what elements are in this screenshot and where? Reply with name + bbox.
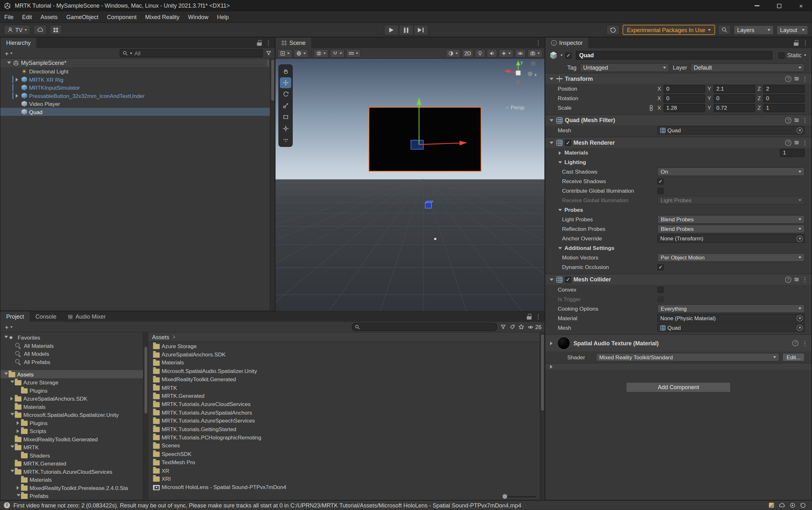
rotation-y-field[interactable]: 0	[714, 94, 755, 103]
activity-spinner-icon[interactable]	[800, 502, 806, 509]
menu-item[interactable]: Mixed Reality	[141, 11, 184, 23]
2d-toggle-button[interactable]: 2D	[462, 49, 473, 58]
position-z-field[interactable]: 2	[763, 85, 805, 93]
hierarchy-search-input[interactable]	[134, 50, 260, 56]
asset-item[interactable]: MRTK	[148, 384, 545, 392]
cloud-status-icon[interactable]	[779, 502, 785, 509]
asset-item[interactable]: MRTK.Tutorials.GettingStarted	[148, 425, 545, 433]
zoom-slider[interactable]	[502, 496, 536, 498]
project-tree-item[interactable]: All Materials	[1, 341, 148, 350]
status-message[interactable]: First video frame not zero: 2 (0.083422s…	[13, 502, 765, 509]
undo-history-button[interactable]	[606, 25, 620, 35]
scene-header-row[interactable]: MySampleScene*	[1, 59, 275, 67]
asset-list-scrollbar[interactable]	[540, 333, 544, 501]
hierarchy-search-field[interactable]	[120, 49, 263, 58]
shading-mode-button[interactable]	[446, 49, 460, 58]
close-button[interactable]: ×	[790, 0, 812, 11]
pause-button[interactable]	[398, 25, 414, 35]
position-y-field[interactable]: 2.1	[714, 85, 755, 93]
contribute-gi-checkbox[interactable]	[658, 188, 664, 194]
rotate-tool-button[interactable]	[280, 89, 292, 100]
scale-z-field[interactable]: 1	[763, 104, 805, 112]
grid-visibility-button[interactable]	[314, 49, 329, 58]
view-hand-tool-button[interactable]	[280, 66, 292, 77]
mesh-filter-header[interactable]: Quad (Mesh Filter)	[545, 114, 811, 125]
rect-tool-button[interactable]	[280, 112, 292, 123]
additional-settings-foldout[interactable]: Additional Settings	[545, 243, 811, 253]
kebab-menu-icon[interactable]	[536, 40, 541, 47]
help-icon[interactable]	[792, 340, 799, 346]
cast-shadows-dropdown[interactable]: On	[658, 168, 805, 176]
component-enabled-checkbox[interactable]	[565, 276, 571, 283]
shader-dropdown[interactable]: Mixed Reality Toolkit/Standard	[596, 353, 779, 362]
presets-icon[interactable]	[794, 277, 800, 282]
expand-arrow-icon[interactable]	[9, 413, 14, 417]
asset-item[interactable]: SpeechSDK	[148, 450, 545, 458]
asset-item[interactable]: XRI	[148, 475, 545, 483]
expand-arrow-icon[interactable]	[16, 493, 21, 498]
light-probes-dropdown[interactable]: Blend Probes	[658, 215, 805, 224]
auto-lighting-icon[interactable]	[769, 503, 775, 508]
tree-scrollbar[interactable]	[143, 333, 148, 501]
asset-item[interactable]: AzureSpatialAnchors.SDK	[148, 350, 545, 359]
lock-icon[interactable]	[527, 314, 532, 319]
cloud-button[interactable]	[34, 25, 47, 35]
hierarchy-item[interactable]: PressableButton_32x32mm_IconAndTextUnder	[1, 91, 275, 100]
move-tool-button[interactable]	[280, 77, 292, 88]
gizmo-neg-x-ball[interactable]	[528, 72, 533, 76]
motion-vectors-dropdown[interactable]: Per Object Motion	[658, 253, 805, 262]
maximize-button[interactable]	[768, 0, 790, 11]
project-tree-item[interactable]: Materials	[1, 402, 148, 411]
search-filter-icon[interactable]	[266, 50, 272, 57]
expand-arrow-icon[interactable]	[549, 118, 554, 123]
project-tree-item[interactable]: MRTK.Tutorials.AzureCloudServices	[1, 468, 148, 476]
project-tree-item[interactable]: Shaders	[1, 451, 148, 459]
expand-arrow-icon[interactable]	[549, 341, 554, 346]
hierarchy-item[interactable]: Directional Light	[1, 67, 275, 76]
mesh-collider-header[interactable]: Mesh Collider	[545, 274, 811, 285]
zoom-slider-thumb[interactable]	[503, 494, 507, 499]
mesh-renderer-header[interactable]: Mesh Renderer	[545, 137, 811, 148]
project-tree-item[interactable]: Materials	[1, 476, 148, 484]
expand-arrow-icon[interactable]	[549, 140, 554, 145]
hierarchy-item[interactable]: Video Player	[1, 100, 275, 108]
convex-checkbox[interactable]	[658, 286, 664, 293]
menu-item[interactable]: Edit	[18, 11, 36, 23]
transform-header[interactable]: Transform	[545, 73, 811, 84]
rotation-x-field[interactable]: 0	[664, 94, 705, 103]
menu-item[interactable]: File	[0, 11, 18, 23]
dynamic-occlusion-checkbox[interactable]	[658, 264, 664, 270]
asset-item[interactable]: Microsoft.SpatialAudio.Spatializer.Unity	[148, 367, 545, 375]
project-tree-item[interactable]: Microsoft.SpatialAudio.Spatializer.Unity	[1, 411, 148, 419]
selected-quad[interactable]	[369, 108, 481, 171]
tab-audio-mixer[interactable]: Audio Mixer	[62, 312, 112, 322]
asset-item[interactable]: MRTK.Tutorials.AzureCloudServices	[148, 400, 545, 408]
lock-icon[interactable]	[794, 40, 799, 46]
tool-handle-rotation-button[interactable]	[294, 49, 309, 58]
step-button[interactable]	[414, 25, 428, 35]
material-header[interactable]: Spatial Audio Texture (Material)	[545, 335, 811, 352]
scrollbar-thumb[interactable]	[541, 335, 544, 411]
material-preview-strip[interactable]	[545, 363, 811, 370]
account-dropdown[interactable]: TV	[4, 25, 31, 35]
camera-settings-button[interactable]	[527, 49, 542, 58]
gizmo-menu-icon[interactable]	[531, 62, 536, 66]
expand-arrow-icon[interactable]	[16, 429, 21, 433]
project-tree-item[interactable]: MixedRealityToolkit.Generated	[1, 435, 148, 443]
asset-item[interactable]: Materials	[148, 359, 545, 367]
menu-item[interactable]: GameObject	[62, 11, 103, 23]
play-button[interactable]	[384, 25, 399, 35]
expand-arrow-icon[interactable]	[9, 396, 14, 401]
project-tree-item[interactable]: Azure Storage	[1, 378, 148, 387]
kebab-menu-icon[interactable]	[802, 139, 808, 146]
asset-item[interactable]: Scenes	[148, 442, 545, 450]
project-search-field[interactable]	[352, 323, 497, 331]
project-tree-item[interactable]: Scripts	[1, 427, 148, 435]
snap-increment-button[interactable]	[346, 49, 361, 58]
hierarchy-scrollbar[interactable]	[270, 59, 275, 311]
physic-material-field[interactable]: None (Physic Material)	[658, 314, 805, 322]
rotation-z-field[interactable]: 0	[763, 94, 805, 103]
project-tree-item[interactable]: Prefabs	[1, 492, 148, 500]
layer-dropdown[interactable]: Default	[690, 64, 805, 72]
tool-handle-position-button[interactable]	[277, 49, 292, 58]
